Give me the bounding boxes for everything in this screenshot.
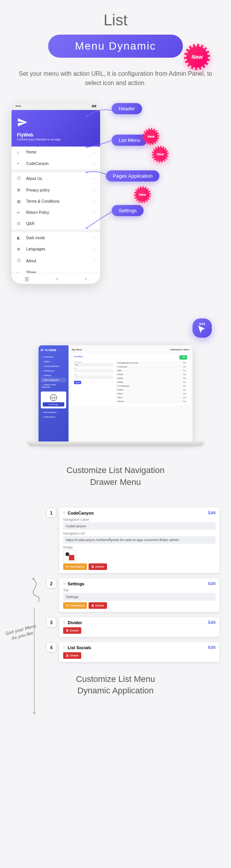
admin-logo: FLYWEB: [41, 348, 66, 352]
menu-editor-section: Sort your MenuAs you like 1≡CodeCanyonEd…: [8, 508, 223, 662]
menu-label: CodeCanyon: [26, 162, 49, 166]
save-button[interactable]: Save: [74, 381, 81, 384]
field-input[interactable]: Settings: [63, 593, 216, 601]
drag-handle-icon[interactable]: ≡: [63, 620, 65, 625]
lang-icon: ⊕: [17, 247, 22, 251]
chevron-right-icon: ›: [94, 200, 95, 203]
menu-label: Privacy policy: [26, 188, 50, 192]
swirl-icon: [23, 577, 42, 604]
admin-apk-button[interactable]: Arm New Apk: [43, 402, 64, 407]
admin-nav-item[interactable]: — Sliders: [41, 359, 66, 364]
panel-title: List Menu: [74, 355, 83, 358]
menu-step: 4≡List SocialsEdit🗑 Delete: [46, 642, 219, 662]
edit-link[interactable]: Edit: [208, 620, 216, 625]
edit-link[interactable]: Edit: [208, 581, 216, 586]
admin-nav-item[interactable]: — Ready-marker application: [41, 382, 66, 389]
menu-label: Terms & Conditions: [26, 199, 60, 203]
admin-list-row[interactable]: ≡ DividerEdit: [116, 380, 187, 384]
edit-link[interactable]: Edit: [208, 511, 216, 515]
page-title-line1: List: [8, 12, 223, 29]
drag-handle-icon[interactable]: ≡: [63, 645, 65, 650]
label-header: Header: [112, 103, 142, 114]
menu-label: Dark mode: [26, 236, 45, 240]
shield-icon: ⛨: [17, 188, 22, 192]
image-preview[interactable]: [63, 550, 76, 562]
admin-nav-item[interactable]: — Dashboard: [41, 355, 66, 359]
step-title: List Socials: [68, 645, 208, 650]
admin-list-row[interactable]: ≡ DividerEdit: [116, 373, 187, 376]
admin-nav-item[interactable]: — Listing Application: [41, 364, 66, 368]
admin-list-row[interactable]: ≡ Every Automation & Live InfoEdit: [116, 361, 187, 365]
info-icon: ⓘ: [17, 176, 22, 181]
admin-list-row[interactable]: ≡ Rate UsEdit: [116, 400, 187, 403]
field-input[interactable]: https://codecanyon.net/item/flyweb-for-w…: [63, 536, 216, 544]
step-title: CodeCanyon: [68, 511, 208, 515]
step-card: ≡CodeCanyonEditNavigation LabelCodeCanyo…: [59, 508, 219, 573]
caption-1: Customize List NavigationDrawer Menu: [8, 465, 223, 488]
admin-nav-item[interactable]: — Notifications: [41, 368, 66, 373]
admin-list-row[interactable]: ≡ List PublicationsEdit: [116, 384, 187, 388]
admin-list-row[interactable]: ≡ DividerEdit: [116, 388, 187, 392]
admin-sidebar: FLYWEB — Dashboard— Sliders— Listing App…: [38, 345, 69, 441]
menu-label: About Us: [26, 177, 42, 181]
svg-point-1: [86, 147, 87, 148]
translation-button[interactable]: ⊕ Translation: [63, 563, 87, 570]
home-icon: ⌂: [17, 150, 22, 154]
menu-step: 1≡CodeCanyonEditNavigation LabelCodeCany…: [46, 508, 219, 573]
translation-button[interactable]: ⊕ Translation: [63, 602, 87, 609]
delete-button[interactable]: 🗑 Delete: [89, 602, 107, 609]
drawer-menu-item[interactable]: ⓘAbout›: [12, 255, 100, 267]
caption-2: Customize List MenuDynamic Application: [8, 673, 223, 697]
drawer-menu-item[interactable]: ⛨Privacy policy›: [12, 185, 100, 196]
admin-nav-item[interactable]: — Menu Application: [41, 378, 66, 382]
step-number: 2: [46, 578, 56, 588]
chevron-right-icon: ›: [94, 247, 95, 251]
drag-handle-icon[interactable]: ≡: [63, 511, 65, 515]
svg-point-2: [86, 172, 87, 173]
page-title-pill: Menu Dynamic: [48, 35, 183, 58]
admin-breadcrumb: Dashboard / Menu: [171, 348, 189, 351]
svg-point-3: [86, 227, 87, 229]
step-card: ≡SettingsEditTileSettings⊕ Translation🗑 …: [59, 578, 219, 612]
admin-list-row[interactable]: ≡ CodeCanyonEdit: [116, 365, 187, 368]
chevron-right-icon: ›: [94, 150, 95, 154]
admin-nav-item[interactable]: — Setting Menu: [41, 415, 66, 419]
delete-button[interactable]: 🗑 Delete: [89, 563, 107, 570]
admin-list-row[interactable]: ≡ ShareEdit: [116, 392, 187, 395]
svg-point-0: [86, 116, 87, 117]
drawer-menu-item[interactable]: ◐Dark mode›: [12, 232, 100, 243]
label-pages: Pages Application: [106, 170, 159, 182]
icon-picker-card: Arm New Apk: [41, 392, 66, 408]
delete-button[interactable]: 🗑 Delete: [63, 652, 81, 659]
delete-button[interactable]: 🗑 Delete: [63, 627, 81, 634]
drawer-subtitle: Convert your Website to an App: [17, 138, 95, 141]
admin-list-row[interactable]: ≡ SEOEdit: [116, 369, 187, 372]
globe-icon: [50, 394, 57, 401]
admin-page-title: App Menu: [72, 348, 82, 351]
admin-nav-item[interactable]: — Settings: [41, 373, 66, 378]
field-input[interactable]: CodeCanyon: [63, 522, 216, 530]
drag-handle-icon[interactable]: ≡: [63, 581, 65, 586]
edit-link[interactable]: Edit: [208, 645, 216, 650]
drawer-menu-item[interactable]: ▤Terms & Conditions›: [12, 196, 100, 207]
step-title: Divider: [68, 620, 208, 625]
admin-list-row[interactable]: ≡ DividerEdit: [116, 377, 187, 380]
arrow-line: [85, 207, 116, 230]
admin-list-row[interactable]: ≡ ShareEdit: [116, 396, 187, 399]
menu-label: Q&R: [26, 222, 35, 226]
field-label: Navigation Label: [63, 518, 216, 521]
drawer-title: FlyWeb: [17, 132, 95, 138]
title-input[interactable]: [74, 369, 114, 373]
drawer-menu-item[interactable]: ⊕Languages›: [12, 243, 100, 255]
field-label: Image: [63, 545, 216, 549]
new-badge-small: New: [153, 147, 167, 161]
type-select[interactable]: URL: [74, 363, 114, 367]
return-icon: ↩: [17, 210, 22, 215]
chevron-right-icon: ›: [94, 259, 95, 263]
field-label: Tile: [63, 588, 216, 592]
step-number: 4: [46, 642, 56, 652]
new-badge-small: New: [144, 130, 158, 143]
add-button[interactable]: + Add: [179, 355, 187, 360]
icon-input[interactable]: [74, 375, 114, 379]
admin-nav-item[interactable]: — We Navigation: [41, 410, 66, 415]
